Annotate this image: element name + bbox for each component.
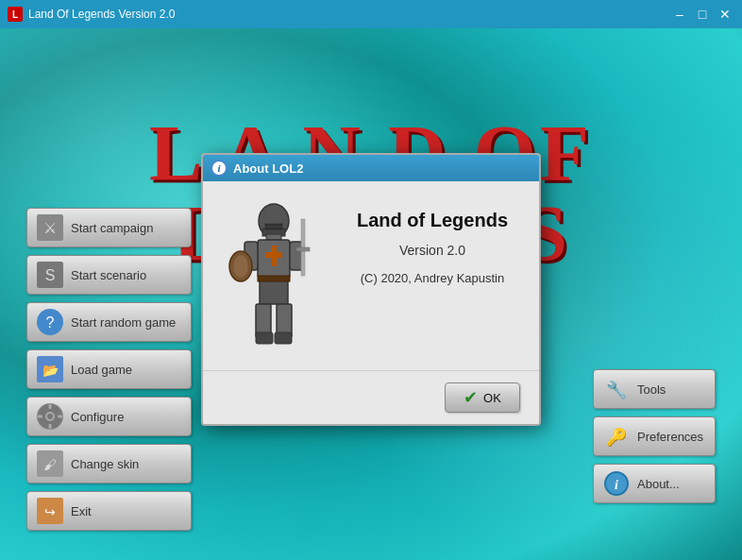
svg-rect-41 [256,332,273,344]
modal-footer: ✔ OK [203,370,539,424]
svg-rect-32 [265,252,282,258]
ok-button[interactable]: ✔ OK [445,382,520,413]
modal-game-title: Land of Legends [345,210,520,231]
modal-title: About LOL2 [233,161,303,176]
modal-text-content: Land of Legends Version 2.0 (C) 2020, An… [345,200,520,289]
modal-overlay: i About LOL2 [0,0,742,560]
ok-checkmark: ✔ [464,387,478,408]
svg-rect-38 [296,247,310,251]
modal-copyright: (C) 2020, Andrey Kapustin [345,269,520,289]
svg-rect-44 [258,276,290,281]
about-dialog: i About LOL2 [201,153,541,426]
modal-titlebar: i About LOL2 [203,155,539,181]
modal-info-icon: i [211,160,228,177]
knight-image [222,200,326,351]
svg-point-35 [233,255,248,278]
svg-rect-29 [266,234,281,240]
modal-version: Version 2.0 [345,243,520,258]
svg-rect-43 [275,332,292,344]
modal-body: Land of Legends Version 2.0 (C) 2020, An… [203,181,539,370]
